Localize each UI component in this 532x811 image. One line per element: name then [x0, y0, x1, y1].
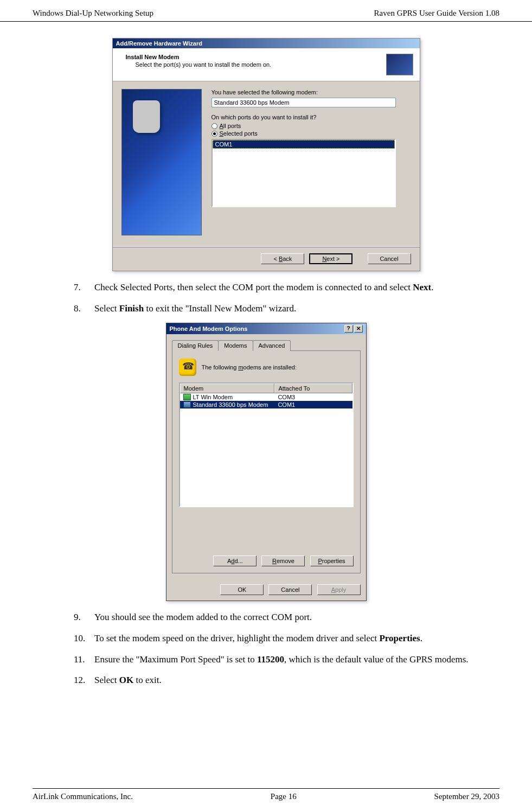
- apply-button[interactable]: Apply: [317, 584, 361, 595]
- add-button[interactable]: Add...: [213, 555, 257, 566]
- hardware-banner-icon: [386, 54, 413, 75]
- wizard-side-graphic: [121, 89, 202, 235]
- modems-table[interactable]: Modem Attached To LT Win Modem COM3 Stan…: [179, 382, 354, 507]
- wizard-title: Add/Remove Hardware Wizard: [116, 40, 202, 47]
- header-right: Raven GPRS User Guide Version 1.08: [374, 9, 499, 18]
- radio-all-ports[interactable]: All ports: [211, 123, 411, 129]
- radio-icon: [211, 131, 217, 137]
- wizard-titlebar: Add/Remove Hardware Wizard: [113, 39, 420, 48]
- step-number: 10.: [74, 632, 85, 646]
- step-number: 8.: [74, 302, 81, 316]
- step-number: 11.: [74, 653, 85, 667]
- port-item-com1[interactable]: COM1: [213, 140, 395, 149]
- footer-right: September 29, 2003: [434, 792, 499, 801]
- tab-modems[interactable]: Modems: [218, 340, 253, 351]
- page-header: Windows Dial-Up Networking Setup Raven G…: [0, 0, 532, 22]
- properties-button[interactable]: Properties: [310, 555, 354, 566]
- modem-name: LT Win Modem: [193, 394, 233, 400]
- pmo-titlebar: Phone And Modem Options ? ✕: [166, 323, 366, 334]
- radio-all-label: All ports: [220, 123, 241, 129]
- phone-icon: [179, 359, 196, 376]
- wizard-subheading: Select the port(s) you want to install t…: [136, 61, 386, 68]
- back-button[interactable]: < Back: [261, 253, 304, 264]
- radio-icon: [211, 123, 217, 129]
- step-number: 7.: [74, 281, 81, 295]
- col-header-modem[interactable]: Modem: [180, 384, 275, 393]
- radio-selected-ports[interactable]: Selected ports: [211, 130, 411, 137]
- modem-port: COM1: [274, 401, 352, 408]
- table-row[interactable]: LT Win Modem COM3: [180, 393, 352, 401]
- page-footer: AirLink Communications, Inc. Page 16 Sep…: [33, 788, 499, 801]
- step-12: 12. Select OK to exit.: [74, 674, 499, 687]
- tab-advanced[interactable]: Advanced: [253, 340, 291, 351]
- step-8: 8. Select Finish to exit the "Install Ne…: [74, 302, 499, 316]
- ports-listbox[interactable]: COM1: [211, 139, 396, 207]
- tabs: Dialing Rules Modems Advanced: [172, 340, 361, 351]
- radio-selected-label: Selected ports: [220, 130, 258, 137]
- next-button[interactable]: Next >: [309, 253, 352, 264]
- ports-prompt: On which ports do you want to install it…: [211, 114, 411, 120]
- step-number: 12.: [74, 674, 85, 687]
- close-icon[interactable]: ✕: [354, 325, 363, 333]
- cancel-button[interactable]: Cancel: [268, 584, 312, 595]
- selected-modem-display: Standard 33600 bps Modem: [211, 98, 396, 107]
- header-left: Windows Dial-Up Networking Setup: [33, 9, 153, 18]
- tab-dialing-rules[interactable]: Dialing Rules: [172, 340, 219, 351]
- footer-center: Page 16: [271, 792, 297, 801]
- cancel-button[interactable]: Cancel: [368, 253, 411, 264]
- step-11: 11. Ensure the "Maximum Port Speed" is s…: [74, 653, 499, 667]
- modems-tabpanel: The following modems are installed: Mode…: [172, 351, 361, 573]
- add-remove-hardware-wizard: Add/Remove Hardware Wizard Install New M…: [112, 38, 420, 271]
- help-icon[interactable]: ?: [344, 325, 353, 333]
- pmo-title: Phone And Modem Options: [170, 325, 248, 332]
- footer-left: AirLink Communications, Inc.: [33, 792, 133, 801]
- phone-and-modem-options-dialog: Phone And Modem Options ? ✕ Dialing Rule…: [166, 323, 367, 601]
- wizard-header-strip: Install New Modem Select the port(s) you…: [113, 48, 420, 81]
- wizard-heading: Install New Modem: [126, 54, 386, 60]
- step-number: 9.: [74, 611, 81, 624]
- col-header-attached-to[interactable]: Attached To: [274, 384, 352, 393]
- ok-button[interactable]: OK: [220, 584, 264, 595]
- step-10: 10. To set the modem speed on the driver…: [74, 632, 499, 646]
- step-7: 7. Check Selected Ports, then select the…: [74, 281, 499, 295]
- step-9: 9. You should see the modem added to the…: [74, 611, 499, 624]
- modem-port: COM3: [274, 393, 352, 401]
- modem-icon: [183, 394, 191, 400]
- selected-modem-prompt: You have selected the following modem:: [211, 89, 411, 95]
- modem-name: Standard 33600 bps Modem: [193, 401, 268, 408]
- modem-icon: [183, 401, 191, 408]
- remove-button[interactable]: Remove: [261, 555, 305, 566]
- table-row[interactable]: Standard 33600 bps Modem COM1: [180, 401, 352, 408]
- installed-modems-label: The following modems are installed:: [202, 364, 297, 371]
